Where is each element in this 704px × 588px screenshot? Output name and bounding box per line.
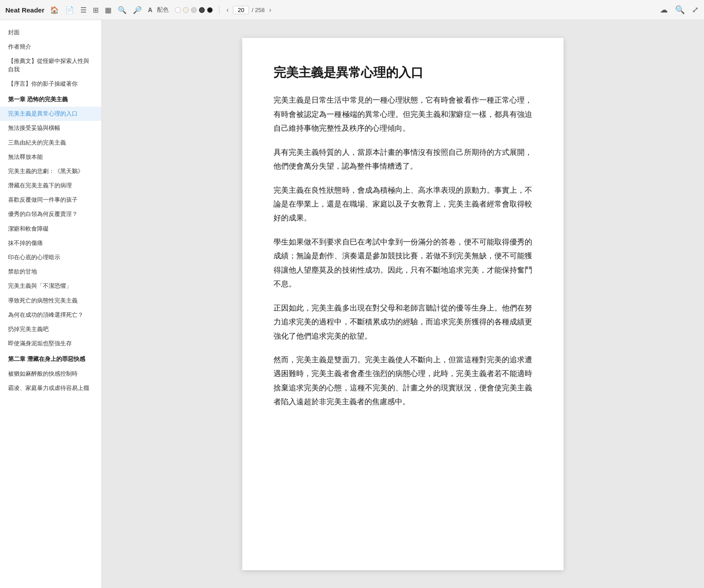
paragraph-1: 完美主義是日常生活中常見的一種心理狀態，它有時會被看作一種正常心理，有時會被認定…	[273, 93, 532, 135]
sidebar-item-ch2s2[interactable]: 霸凌、家庭暴力或虐待容易上癮	[0, 381, 101, 395]
sidebar-item-cover[interactable]: 封面	[0, 25, 101, 40]
menu-icon[interactable]: ☰	[80, 6, 87, 14]
sidebar-item-author[interactable]: 作者簡介	[0, 40, 101, 54]
search-icon-2[interactable]: 🔎	[133, 6, 142, 14]
sidebar-item-ch1s10[interactable]: 抹不掉的傷痛	[0, 236, 101, 250]
dot-dark[interactable]	[199, 7, 205, 13]
search-icon-1[interactable]: 🔍	[118, 6, 127, 14]
sidebar-item-ch1s14[interactable]: 導致死亡的病態性完美主義	[0, 294, 101, 308]
dot-black[interactable]	[207, 7, 213, 13]
color-label: 配色	[157, 6, 169, 14]
sidebar-item-ch1s13[interactable]: 完美主義與「不潔恐懼」	[0, 279, 101, 293]
search-right-icon[interactable]: 🔍	[675, 5, 685, 15]
dot-beige[interactable]	[183, 7, 189, 13]
sidebar-item-preface[interactable]: 【序言】你的影子操縱著你	[0, 77, 101, 91]
page-number-input[interactable]	[233, 6, 249, 14]
sidebar-item-ch1s5[interactable]: 完美主義的悲劇：《黑天鵝》	[0, 164, 101, 178]
app-name: Neat Reader	[5, 6, 45, 14]
grid-icon[interactable]: ⊞	[93, 6, 99, 14]
main-layout: 封面作者簡介【推薦文】從怪癖中探索人性與自我【序言】你的影子操縱著你第一章 恐怖…	[0, 20, 704, 588]
sidebar-item-ch1s8[interactable]: 優秀的白領為何反覆賣淫？	[0, 207, 101, 221]
sidebar-item-ch1s9[interactable]: 潔癖和軟食障礙	[0, 222, 101, 236]
sidebar-item-ch2s1[interactable]: 被猶如麻醉般的快感控制時	[0, 367, 101, 381]
dot-gray[interactable]	[191, 7, 197, 13]
sidebar-item-ch1s7[interactable]: 喜歡反覆做同一件事的孩子	[0, 193, 101, 207]
sidebar-item-recommend[interactable]: 【推薦文】從怪癖中探索人性與自我	[0, 54, 101, 76]
content-area: 完美主義是異常心理的入口 完美主義是日常生活中常見的一種心理狀態，它有時會被看作…	[102, 20, 704, 588]
sidebar-item-ch1s11[interactable]: 印在心底的心理暗示	[0, 250, 101, 265]
page-title: 完美主義是異常心理的入口	[273, 65, 532, 81]
sidebar-item-ch1[interactable]: 第一章 恐怖的完美主義	[0, 91, 101, 107]
sidebar-item-ch1s15[interactable]: 為何在成功的頂峰選擇死亡？	[0, 308, 101, 322]
paragraph-5: 正因如此，完美主義多出現在對父母和老師言聽計從的優等生身上。他們在努力追求完美的…	[273, 301, 532, 343]
toolbar: Neat Reader 🏠 📄 ☰ ⊞ ▦ 🔍 🔎 A 配色 ‹ / 258 ›…	[0, 0, 704, 20]
page-navigation: ‹ / 258 ›	[225, 5, 273, 14]
next-page-button[interactable]: ›	[267, 5, 273, 14]
color-palette	[175, 7, 213, 13]
sidebar-item-ch2[interactable]: 第二章 潛藏在身上的罪惡快感	[0, 351, 101, 366]
paragraph-2: 具有完美主義特質的人，當原本計畫的事情沒有按照自己所期待的方式展開，他們便會萬分…	[273, 145, 532, 174]
sidebar-item-ch1s17[interactable]: 即使滿身泥垢也堅強生存	[0, 336, 101, 351]
list-icon[interactable]: ▦	[105, 6, 112, 14]
separator-1	[219, 5, 219, 14]
dot-white[interactable]	[175, 7, 181, 13]
toolbar-right: ☁ 🔍 ⤢	[660, 5, 699, 15]
sidebar-item-ch1s4[interactable]: 無法釋放本能	[0, 150, 101, 164]
paragraphs-container: 完美主義是日常生活中常見的一種心理狀態，它有時會被看作一種正常心理，有時會被認定…	[273, 93, 532, 409]
sidebar-item-ch1s3[interactable]: 三島由紀夫的完美主義	[0, 136, 101, 150]
sidebar: 封面作者簡介【推薦文】從怪癖中探索人性與自我【序言】你的影子操縱著你第一章 恐怖…	[0, 20, 102, 588]
sidebar-item-ch1s12[interactable]: 禁欲的甘地	[0, 265, 101, 279]
sidebar-item-ch1s2[interactable]: 無法接受妥協與橫幅	[0, 121, 101, 135]
font-icon[interactable]: A	[148, 6, 153, 13]
prev-page-button[interactable]: ‹	[225, 5, 231, 14]
page-total-label: / 258	[252, 7, 265, 13]
library-icon[interactable]: 🏠	[50, 6, 59, 14]
paragraph-4: 學生如果做不到要求自巳在考試中拿到一份滿分的答卷，便不可能取得優秀的成績；無論是…	[273, 235, 532, 291]
toolbar-icons: 🏠 📄 ☰ ⊞ ▦ 🔍 🔎 A	[50, 6, 153, 14]
expand-icon[interactable]: ⤢	[692, 5, 699, 15]
paragraph-6: 然而，完美主義是雙面刀。完美主義使人不斷向上，但當這種對完美的追求遭遇困難時，完…	[273, 353, 532, 409]
sidebar-item-ch1s6[interactable]: 潛藏在完美主義下的病理	[0, 178, 101, 193]
paragraph-3: 完美主義在良性狀態時，會成為積極向上、高水準表現的原動力。事實上，不論是在學業上…	[273, 183, 532, 225]
sidebar-item-ch1s1[interactable]: 完美主義是異常心理的入口	[0, 107, 101, 121]
book-icon[interactable]: 📄	[65, 6, 74, 14]
app-brand: Neat Reader	[5, 6, 45, 14]
page-container: 完美主義是異常心理的入口 完美主義是日常生活中常見的一種心理狀態，它有時會被看作…	[242, 38, 563, 570]
cloud-icon[interactable]: ☁	[660, 5, 668, 15]
sidebar-item-ch1s16[interactable]: 扔掉完美主義吧	[0, 322, 101, 336]
